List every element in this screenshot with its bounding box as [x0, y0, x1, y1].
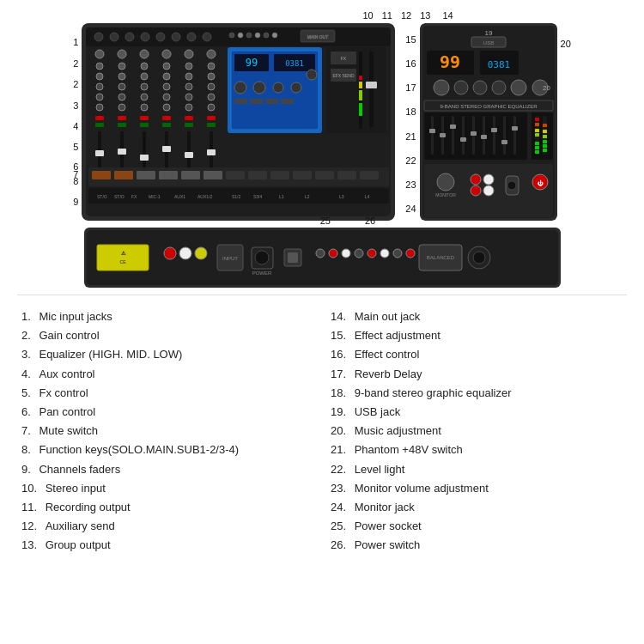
svg-point-72 [208, 83, 215, 90]
svg-text:0381: 0381 [285, 59, 304, 68]
right-num-18: 18 [405, 106, 416, 117]
svg-point-52 [163, 83, 170, 90]
svg-point-85 [234, 82, 246, 94]
svg-text:EFX SEND: EFX SEND [333, 73, 355, 78]
svg-rect-153 [429, 129, 435, 133]
label-20: 20. Music adjustment [331, 423, 623, 439]
right-device-image: 19 USB 99 0381 [420, 23, 557, 221]
label-10-num: 10. [21, 481, 37, 496]
svg-rect-35 [118, 116, 126, 120]
label-6-text: Pan control [39, 404, 95, 420]
label-19-num: 19. [331, 404, 346, 420]
svg-text:9-BAND STEREO GRAPHIC EQUALIZE: 9-BAND STEREO GRAPHIC EQUALIZER [440, 104, 538, 109]
label-22-text: Level light [355, 462, 405, 477]
label-7-num: 7. [21, 423, 31, 439]
svg-point-64 [185, 104, 192, 111]
svg-text:BALANCED: BALANCED [426, 255, 454, 260]
svg-point-87 [273, 82, 283, 93]
svg-rect-75 [207, 116, 216, 120]
svg-rect-166 [503, 116, 506, 155]
svg-rect-92 [265, 99, 278, 104]
svg-rect-68 [185, 152, 193, 158]
svg-point-61 [185, 73, 192, 80]
label-4-text: Aux control [39, 367, 94, 382]
label-21: 21. Phantom +48V switch [331, 442, 623, 458]
left-num-9: 9 [73, 197, 78, 207]
top-num-11: 11 [382, 10, 392, 21]
svg-rect-165 [491, 128, 497, 132]
svg-point-43 [141, 94, 148, 100]
label-20-text: Music adjustment [355, 423, 441, 439]
label-9-text: Channels faders [39, 462, 120, 477]
svg-point-191 [471, 185, 481, 196]
back-panel-image: ⚠ CE INPUT POWER [84, 228, 561, 288]
label-19-text: USB jack [355, 404, 400, 420]
svg-rect-172 [535, 142, 539, 145]
svg-rect-105 [359, 76, 362, 80]
label-12: 12. Auxiliary send [21, 519, 313, 534]
svg-rect-76 [207, 123, 216, 127]
label-10-text: Stereo input [46, 481, 106, 496]
svg-point-12 [238, 33, 243, 38]
bottom-num-26: 26 [365, 216, 375, 226]
svg-point-145 [492, 81, 506, 94]
label-6-num: 6. [21, 404, 31, 420]
svg-rect-169 [512, 126, 518, 131]
svg-text:ST/O: ST/O [97, 194, 107, 199]
svg-point-203 [179, 247, 191, 259]
label-17-num: 17. [331, 367, 346, 382]
svg-text:19: 19 [484, 29, 492, 37]
svg-point-14 [255, 33, 260, 38]
svg-rect-152 [431, 116, 434, 155]
svg-rect-78 [207, 149, 216, 155]
devices-row: 1 2 2 3 4 5 678 9 [9, 23, 635, 221]
svg-point-187 [437, 173, 454, 191]
svg-point-223 [473, 252, 485, 264]
svg-point-11 [229, 33, 234, 38]
svg-rect-25 [95, 116, 104, 120]
right-num-20: 20 [561, 39, 571, 49]
svg-text:POWER: POWER [252, 270, 271, 276]
svg-text:CE: CE [119, 259, 126, 264]
label-13-text: Group output [46, 538, 111, 553]
svg-rect-168 [513, 116, 516, 155]
main-wrapper: 10 11 12 13 14 1 2 2 3 4 5 678 [0, 0, 644, 644]
svg-rect-102 [359, 103, 362, 116]
svg-point-50 [163, 63, 170, 70]
svg-point-4 [110, 33, 118, 41]
svg-rect-183 [543, 135, 547, 138]
right-num-24: 24 [405, 204, 416, 214]
svg-point-202 [164, 247, 176, 259]
label-7-text: Mute switch [39, 423, 98, 439]
svg-text:MONITOR: MONITOR [435, 192, 456, 197]
label-8-num: 8. [21, 442, 31, 458]
svg-rect-170 [532, 112, 553, 160]
right-num-17: 17 [405, 82, 416, 93]
svg-point-29 [118, 50, 126, 58]
svg-point-42 [141, 83, 148, 90]
svg-point-73 [208, 94, 215, 100]
right-num-15: 15 [405, 34, 416, 45]
label-4: 4. Aux control [21, 367, 313, 382]
label-25: 25. Power socket [331, 519, 623, 534]
svg-point-194 [507, 181, 516, 190]
label-6: 6. Pan control [21, 404, 313, 420]
svg-rect-26 [95, 123, 104, 127]
svg-text:FX: FX [131, 194, 137, 199]
svg-point-217 [380, 249, 389, 258]
label-14-text: Main out jack [355, 309, 421, 325]
svg-rect-211 [288, 252, 298, 263]
svg-point-3 [94, 33, 103, 41]
label-11-num: 11. [21, 500, 37, 515]
svg-point-88 [291, 82, 301, 93]
svg-point-13 [246, 33, 252, 38]
left-num-2b: 2 [73, 79, 78, 89]
svg-rect-174 [535, 150, 539, 154]
svg-text:99: 99 [246, 57, 258, 69]
svg-rect-177 [535, 123, 539, 126]
svg-rect-103 [359, 90, 362, 100]
svg-rect-38 [118, 149, 126, 155]
svg-rect-167 [501, 140, 507, 144]
svg-text:0381: 0381 [487, 59, 510, 70]
svg-rect-185 [543, 124, 547, 127]
